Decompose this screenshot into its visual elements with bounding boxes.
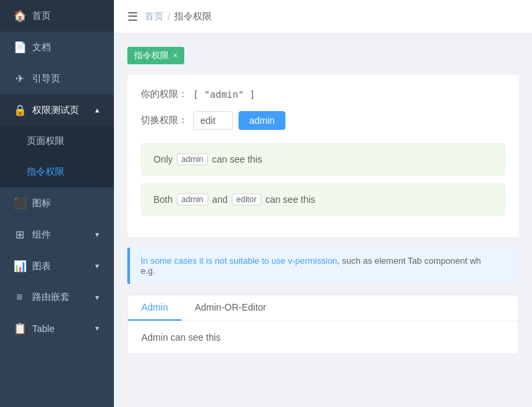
tag-bar: 指令权限 × (127, 47, 519, 64)
both-prefix: Both (153, 194, 173, 205)
info-box: In some cases it is not suitable to use … (127, 248, 519, 284)
breadcrumb-home[interactable]: 首页 (145, 11, 163, 23)
info-eg: e.g. (141, 266, 155, 276)
switch-button[interactable]: admin (239, 111, 285, 130)
admin-only-suffix: can see this (212, 154, 262, 165)
sidebar-item-components[interactable]: ⊞ 组件 ▼ (0, 219, 114, 250)
permission-label: 你的权限： (141, 88, 188, 100)
active-tag: 指令权限 × (127, 47, 184, 64)
admin-editor-box: Both admin and editor can see this (141, 183, 505, 216)
admin-badge-2: admin (177, 193, 208, 206)
switch-label: 切换权限： (141, 114, 188, 127)
and-text: and (212, 194, 228, 205)
content-area: 指令权限 × 你的权限： [ "admin" ] 切换权限： admin Onl… (114, 33, 532, 407)
switch-input[interactable] (193, 111, 233, 130)
home-icon: 🏠 (13, 9, 25, 22)
sidebar-item-cmd-perm-label: 指令权限 (27, 166, 101, 178)
sidebar-item-table-label: Table (32, 323, 87, 334)
tag-label: 指令权限 (134, 50, 169, 62)
sidebar-item-permission[interactable]: 🔒 权限测试页 ▲ (0, 94, 114, 126)
breadcrumb-current: 指令权限 (174, 11, 212, 23)
tabs-content: Admin can see this (128, 321, 518, 353)
both-suffix: can see this (265, 194, 316, 205)
sidebar-item-routes-label: 路由嵌套 (32, 291, 87, 303)
docs-icon: 📄 (13, 41, 25, 54)
tag-close-icon[interactable]: × (173, 51, 178, 60)
sidebar-item-page-perm-label: 页面权限 (27, 135, 101, 147)
table-icon: 📋 (13, 322, 25, 335)
tabs-content-text: Admin can see this (141, 332, 220, 343)
charts-icon: 📊 (13, 260, 25, 272)
breadcrumb-separator: / (168, 11, 170, 22)
guide-icon: ✈ (13, 72, 25, 85)
admin-badge-1: admin (177, 153, 208, 165)
charts-chevron-icon: ▼ (94, 262, 101, 270)
sidebar-item-components-label: 组件 (32, 229, 87, 241)
permission-value: [ "admin" ] (193, 89, 255, 100)
permission-info-row: 你的权限： [ "admin" ] (141, 88, 505, 100)
components-chevron-icon: ▼ (94, 231, 101, 238)
sidebar-item-home-label: 首页 (32, 10, 101, 22)
components-icon: ⊞ (13, 228, 25, 241)
routes-icon: ≡ (13, 291, 25, 303)
permission-submenu: 页面权限 指令权限 (0, 126, 114, 187)
sidebar-item-guide[interactable]: ✈ 引导页 (0, 63, 114, 94)
icons-icon: ⬛ (13, 197, 25, 210)
admin-only-box: Only admin can see this (141, 143, 505, 175)
sidebar-item-cmd-perm[interactable]: 指令权限 (0, 157, 114, 187)
table-chevron-icon: ▼ (94, 325, 101, 332)
info-highlight: In some cases it is not suitable to use … (141, 256, 337, 266)
sidebar-item-routes[interactable]: ≡ 路由嵌套 ▼ (0, 282, 114, 313)
hamburger-icon[interactable]: ☰ (127, 9, 138, 24)
tabs-header: Admin Admin-OR-Editor (128, 295, 518, 321)
sidebar-item-permission-label: 权限测试页 (32, 104, 87, 116)
sidebar-item-icons-label: 图标 (32, 197, 101, 210)
lock-icon: 🔒 (13, 104, 25, 116)
tab-admin[interactable]: Admin (128, 295, 182, 321)
sidebar-item-docs[interactable]: 📄 文档 (0, 31, 114, 63)
info-text: , such as element Tab component wh (337, 256, 480, 266)
sidebar-item-icons[interactable]: ⬛ 图标 (0, 187, 114, 219)
tab-admin-or-editor[interactable]: Admin-OR-Editor (182, 295, 280, 321)
sidebar-item-home[interactable]: 🏠 首页 (0, 0, 114, 31)
sidebar-item-charts-label: 图表 (32, 260, 87, 272)
header: ☰ 首页 / 指令权限 (114, 0, 532, 33)
permission-card: 你的权限： [ "admin" ] 切换权限： admin Only admin… (127, 75, 519, 237)
sidebar: 🏠 首页 📄 文档 ✈ 引导页 🔒 权限测试页 ▲ 页面权限 指令权限 ⬛ 图标… (0, 0, 114, 407)
routes-chevron-icon: ▼ (94, 294, 101, 301)
switch-row: 切换权限： admin (141, 111, 505, 130)
sidebar-item-charts[interactable]: 📊 图表 ▼ (0, 250, 114, 282)
sidebar-item-table[interactable]: 📋 Table ▼ (0, 313, 114, 344)
sidebar-item-page-perm[interactable]: 页面权限 (0, 126, 114, 157)
permission-chevron-icon: ▲ (94, 106, 101, 114)
admin-only-prefix: Only (153, 154, 173, 165)
sidebar-item-guide-label: 引导页 (32, 73, 101, 85)
sidebar-item-docs-label: 文档 (32, 42, 101, 54)
breadcrumb: 首页 / 指令权限 (145, 11, 212, 23)
editor-badge: editor (232, 193, 261, 206)
tabs-card: Admin Admin-OR-Editor Admin can see this (127, 295, 519, 354)
main-area: ☰ 首页 / 指令权限 指令权限 × 你的权限： [ "admin" ] 切换权… (114, 0, 532, 407)
